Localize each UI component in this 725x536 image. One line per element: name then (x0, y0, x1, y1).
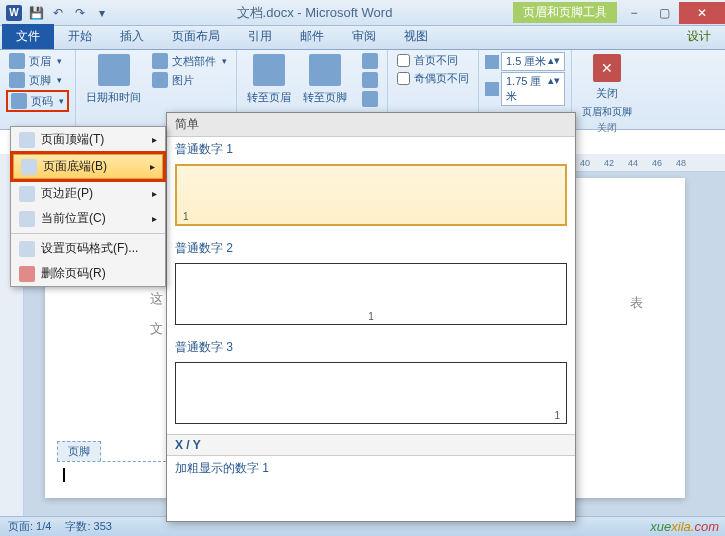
tab-view[interactable]: 视图 (390, 24, 442, 49)
tab-page-layout[interactable]: 页面布局 (158, 24, 234, 49)
prev-icon (362, 53, 378, 69)
gallery-item-label: 普通数字 1 (167, 137, 575, 162)
footer-label-tab: 页脚 (57, 441, 101, 461)
tab-insert[interactable]: 插入 (106, 24, 158, 49)
menu-item-format-page-numbers[interactable]: 设置页码格式(F)... (11, 236, 165, 261)
chevron-down-icon: ▾ (59, 96, 64, 106)
gallery-item-plain-number-1[interactable]: 1 (175, 164, 567, 226)
header-pos-value: 1.5 厘米 (506, 54, 546, 69)
menu-label: 页面底端(B) (43, 158, 107, 175)
menu-item-current-position[interactable]: 当前位置(C)▸ (11, 206, 165, 231)
word-app-icon[interactable]: W (4, 3, 24, 23)
horizontal-ruler[interactable]: 40 42 44 46 48 (576, 154, 725, 172)
goto-header-button[interactable]: 转至页眉 (243, 52, 295, 108)
picture-icon (152, 72, 168, 88)
close-header-footer-button[interactable]: ✕ 关闭 页眉和页脚 (578, 52, 636, 121)
quick-parts-label: 文档部件 (172, 54, 216, 69)
quick-access-toolbar: W 💾 ↶ ↷ ▾ (0, 3, 116, 23)
gallery-item-label: 加粗显示的数字 1 (167, 456, 575, 481)
tab-design[interactable]: 设计 (673, 24, 725, 49)
menu-item-top-of-page[interactable]: 页面顶端(T)▸ (11, 127, 165, 152)
undo-icon[interactable]: ↶ (48, 3, 68, 23)
picture-label: 图片 (172, 73, 194, 88)
app-name: Microsoft Word (305, 5, 392, 20)
tab-references[interactable]: 引用 (234, 24, 286, 49)
ruler-tick: 44 (628, 158, 638, 168)
context-tool-label: 页眉和页脚工具 (513, 2, 617, 23)
status-word-count[interactable]: 字数: 353 (65, 519, 111, 534)
footer-button[interactable]: 页脚▾ (6, 71, 69, 89)
close-window-button[interactable]: ✕ (679, 2, 725, 24)
header-from-top[interactable]: 1.5 厘米▴▾ (485, 52, 565, 71)
menu-item-page-margins[interactable]: 页边距(P)▸ (11, 181, 165, 206)
nav-next-button[interactable] (359, 71, 381, 89)
redo-icon[interactable]: ↷ (70, 3, 90, 23)
page-number-label: 页码 (31, 94, 53, 109)
tab-file[interactable]: 文件 (2, 24, 54, 49)
close-label: 关闭 (596, 86, 618, 101)
ribbon-tabs: 文件 开始 插入 页面布局 引用 邮件 审阅 视图 设计 (0, 26, 725, 50)
date-time-button[interactable]: 日期和时间 (82, 52, 145, 107)
gallery-item-label: 普通数字 3 (167, 335, 575, 360)
qat-customize-icon[interactable]: ▾ (92, 3, 112, 23)
gallery-category-simple: 简单 (167, 113, 575, 137)
checkbox-icon[interactable] (397, 54, 410, 67)
preview-number: 1 (554, 410, 560, 421)
ruler-tick: 40 (580, 158, 590, 168)
menu-separator (11, 233, 165, 234)
menu-label: 页面顶端(T) (41, 131, 104, 148)
nav-link-button[interactable] (359, 90, 381, 108)
gallery-item-plain-number-2[interactable]: 1 (175, 263, 567, 325)
page-margin-icon (19, 186, 35, 202)
menu-item-remove-page-numbers[interactable]: 删除页码(R) (11, 261, 165, 286)
ruler-tick: 42 (604, 158, 614, 168)
format-icon (19, 241, 35, 257)
menu-label: 删除页码(R) (41, 265, 106, 282)
chevron-right-icon: ▸ (150, 161, 155, 172)
gallery-item-plain-number-3[interactable]: 1 (175, 362, 567, 424)
menu-label: 设置页码格式(F)... (41, 240, 138, 257)
goto-footer-label: 转至页脚 (303, 90, 347, 105)
header-button[interactable]: 页眉▾ (6, 52, 69, 70)
checkbox-icon[interactable] (397, 72, 410, 85)
current-pos-icon (19, 211, 35, 227)
minimize-button[interactable]: − (619, 2, 649, 24)
header-pos-icon (485, 55, 499, 69)
tab-mailings[interactable]: 邮件 (286, 24, 338, 49)
goto-footer-button[interactable]: 转至页脚 (299, 52, 351, 108)
different-odd-label: 奇偶页不同 (414, 71, 469, 86)
spinner-icon[interactable]: ▴▾ (548, 74, 560, 104)
page-number-button[interactable]: 页码▾ (6, 90, 69, 112)
watermark: xuexila.com (650, 519, 719, 534)
header-label: 页眉 (29, 54, 51, 69)
save-icon[interactable]: 💾 (26, 3, 46, 23)
spinner-icon[interactable]: ▴▾ (548, 54, 560, 69)
status-page[interactable]: 页面: 1/4 (8, 519, 51, 534)
tab-review[interactable]: 审阅 (338, 24, 390, 49)
link-icon (362, 91, 378, 107)
menu-item-bottom-of-page[interactable]: 页面底端(B)▸ (13, 154, 163, 179)
maximize-button[interactable]: ▢ (649, 2, 679, 24)
window-title: 文档.docx - Microsoft Word (116, 4, 513, 22)
picture-button[interactable]: 图片 (149, 71, 230, 89)
delete-icon (19, 266, 35, 282)
menu-label: 当前位置(C) (41, 210, 106, 227)
text-fragment: 文 (150, 320, 163, 338)
text-cursor (63, 468, 65, 482)
page-top-icon (19, 132, 35, 148)
nav-prev-button[interactable] (359, 52, 381, 70)
footer-from-bottom[interactable]: 1.75 厘米▴▾ (485, 72, 565, 106)
different-odd-even-checkbox[interactable]: 奇偶页不同 (394, 70, 472, 87)
quick-parts-button[interactable]: 文档部件▾ (149, 52, 230, 70)
group-close: ✕ 关闭 页眉和页脚 关闭 (572, 50, 642, 129)
goto-footer-icon (309, 54, 341, 86)
tab-home[interactable]: 开始 (54, 24, 106, 49)
close-group-label: 关闭 (578, 121, 636, 135)
different-first-page-checkbox[interactable]: 首页不同 (394, 52, 472, 69)
chevron-right-icon: ▸ (152, 134, 157, 145)
goto-header-icon (253, 54, 285, 86)
title-bar: W 💾 ↶ ↷ ▾ 文档.docx - Microsoft Word 页眉和页脚… (0, 0, 725, 26)
header-icon (9, 53, 25, 69)
chevron-right-icon: ▸ (152, 188, 157, 199)
calendar-icon (98, 54, 130, 86)
